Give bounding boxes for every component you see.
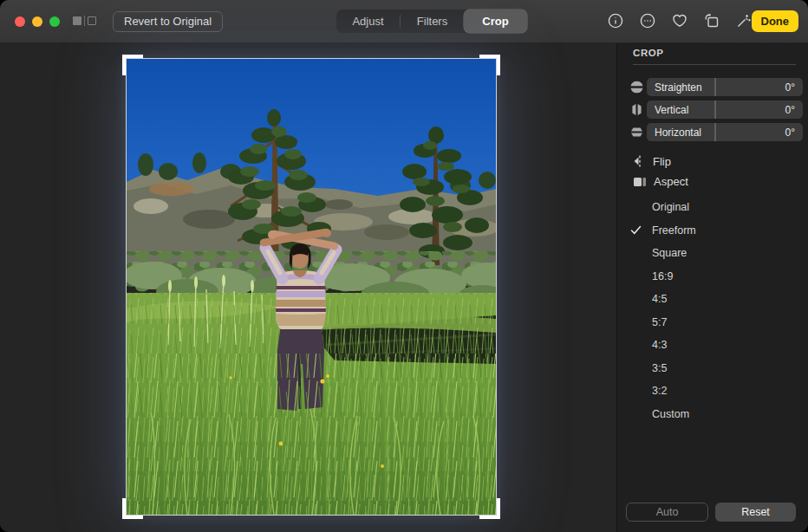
vertical-slider[interactable]: Vertical 0° xyxy=(647,101,803,119)
favorite-icon[interactable] xyxy=(669,10,690,31)
crop-selection[interactable] xyxy=(127,59,496,515)
horizontal-slider[interactable]: Horizontal 0° xyxy=(647,123,803,141)
aspect-option-custom[interactable]: Custom xyxy=(617,403,808,426)
vertical-slider-row: Vertical 0° xyxy=(626,101,803,119)
revert-to-original-button[interactable]: Revert to Original xyxy=(113,11,223,32)
aspect-option-original[interactable]: Original xyxy=(617,196,808,219)
edit-mode-segmented-control: Adjust Filters Crop xyxy=(336,10,527,33)
flip-button[interactable]: Flip xyxy=(633,154,671,168)
crop-panel-title: CROP xyxy=(633,48,664,58)
aspect-option-3-5[interactable]: 3:5 xyxy=(617,357,808,380)
tab-crop[interactable]: Crop xyxy=(464,10,527,33)
check-icon xyxy=(630,224,642,236)
aspect-icon xyxy=(633,176,647,188)
editing-canvas xyxy=(0,43,616,532)
aspect-option-freeform[interactable]: Freeform xyxy=(617,219,808,243)
vertical-perspective-icon xyxy=(626,102,647,117)
flip-icon xyxy=(633,154,646,168)
aspect-header: Aspect xyxy=(633,175,688,188)
auto-button[interactable]: Auto xyxy=(626,503,708,522)
slider-zero-tick xyxy=(714,78,716,96)
crop-handle-top-left[interactable] xyxy=(122,55,143,75)
done-button[interactable]: Done xyxy=(752,10,799,32)
outline-square-icon xyxy=(88,16,96,25)
more-icon[interactable] xyxy=(637,10,658,31)
info-icon[interactable] xyxy=(605,10,626,31)
aspect-option-square[interactable]: Square xyxy=(617,242,808,265)
horizontal-slider-row: Horizontal 0° xyxy=(626,123,803,141)
crop-sidebar: CROP Straighten 0° xyxy=(616,43,808,532)
divider xyxy=(84,16,85,26)
close-window-button[interactable] xyxy=(15,16,25,27)
straighten-value: 0° xyxy=(785,81,795,94)
crop-handle-top-right[interactable] xyxy=(479,55,500,75)
aspect-options-list: Original Freeform Square 16:9 4:5 5:7 4 xyxy=(617,196,808,425)
photos-edit-window: Revert to Original Adjust Filters Crop xyxy=(0,0,808,532)
horizontal-value: 0° xyxy=(785,127,795,139)
straighten-slider-row: Straighten 0° xyxy=(626,78,803,96)
slider-zero-tick xyxy=(714,101,716,119)
crop-rotate-icon[interactable] xyxy=(701,10,722,31)
aspect-option-16-9[interactable]: 16:9 xyxy=(617,265,808,289)
tab-adjust[interactable]: Adjust xyxy=(336,10,400,33)
filled-square-icon xyxy=(73,16,81,25)
horizontal-perspective-icon xyxy=(626,125,647,139)
aspect-option-4-3[interactable]: 4:3 xyxy=(617,334,808,357)
photo xyxy=(127,59,496,515)
crop-handle-bottom-right[interactable] xyxy=(479,498,500,519)
straighten-slider[interactable]: Straighten 0° xyxy=(647,78,803,96)
aspect-option-5-7[interactable]: 5:7 xyxy=(617,311,808,334)
crop-handle-bottom-left[interactable] xyxy=(122,498,143,519)
toolbar: Revert to Original Adjust Filters Crop xyxy=(0,0,808,43)
vertical-value: 0° xyxy=(785,104,795,116)
minimize-window-button[interactable] xyxy=(32,16,42,27)
straighten-dial-icon xyxy=(626,80,647,94)
reset-button[interactable]: Reset xyxy=(715,503,796,522)
flip-label: Flip xyxy=(653,155,671,168)
zoom-window-button[interactable] xyxy=(49,16,60,27)
thumbnail-compare-icon[interactable] xyxy=(73,16,96,26)
aspect-label: Aspect xyxy=(654,175,688,188)
aspect-option-4-5[interactable]: 4:5 xyxy=(617,288,808,311)
tab-filters[interactable]: Filters xyxy=(401,10,464,33)
aspect-option-3-2[interactable]: 3:2 xyxy=(617,380,808,403)
slider-zero-tick xyxy=(714,123,716,141)
divider xyxy=(633,64,796,65)
